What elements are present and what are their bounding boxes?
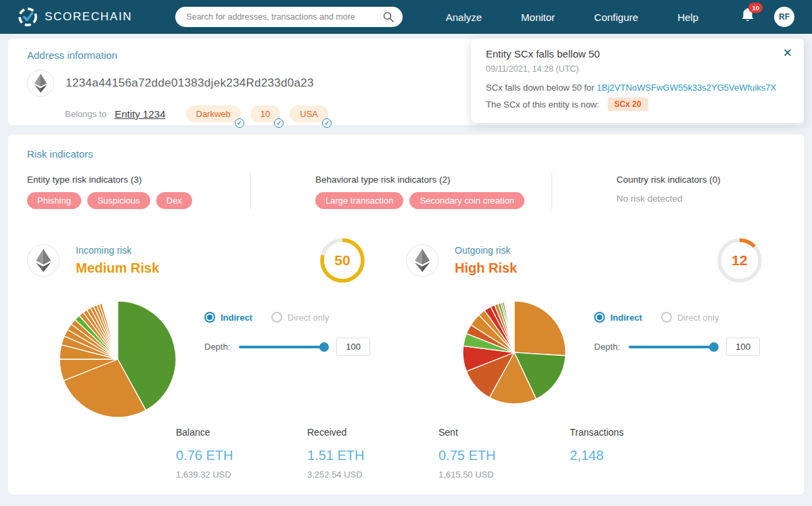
- outgoing-exposure-pie-chart: [461, 300, 567, 405]
- outgoing-risk-panel: Outgoing risk High Risk 12 Indirect: [406, 237, 785, 419]
- notification-popup: Entity SCx falls bellow 50 ✕ 09/11/2021,…: [471, 39, 804, 123]
- depth-value-box[interactable]: 100: [726, 338, 760, 356]
- notification-status-prefix: The SCx of this entity is now:: [486, 99, 600, 110]
- radio-unselected-icon: [271, 312, 282, 323]
- depth-slider[interactable]: [629, 346, 714, 348]
- indirect-radio[interactable]: Indirect: [594, 312, 642, 323]
- risk-pill: Phishing: [27, 192, 81, 209]
- address-tag-badge: Darkweb✓: [186, 106, 241, 122]
- search-icon[interactable]: [383, 12, 394, 22]
- ethereum-icon: [27, 70, 54, 97]
- stat-balance: Balance 0.76 ETH 1,639.32 USD: [176, 427, 307, 480]
- incoming-exposure-pie-chart: [58, 300, 177, 419]
- risk-pill: Large transaction: [315, 192, 403, 209]
- entity-risk-label: Entity type risk indicators (3): [27, 175, 250, 185]
- notification-count-badge: 10: [748, 3, 763, 13]
- notification-timestamp: 09/11/2021, 14:28 (UTC): [486, 64, 789, 74]
- nav-links: Analyze Monitor Configure Help: [407, 12, 698, 23]
- depth-slider-thumb[interactable]: [709, 342, 719, 352]
- address-tag-badge: USA✓: [290, 106, 328, 122]
- stat-received: Received 1.51 ETH 3,252.54 USD: [307, 427, 438, 480]
- address-value: 1234a44156a72dde01383djek234Rd233d0a23: [66, 76, 314, 90]
- ethereum-icon: [27, 244, 60, 277]
- incoming-controls: Indirect Direct only Depth: 100: [204, 312, 370, 419]
- risk-pill: Suspicious: [87, 192, 150, 209]
- no-risk-text: No risk detected: [616, 193, 785, 204]
- depth-slider-thumb[interactable]: [319, 342, 329, 352]
- notification-message: SCx falls down below 50 for 1Bj2VTNoWSFw…: [486, 83, 789, 93]
- nav-item-monitor[interactable]: Monitor: [521, 12, 555, 23]
- risk-pill: Secondary coin creation: [409, 192, 524, 209]
- scx-score-badge: SCx 20: [608, 97, 648, 111]
- notification-address-link[interactable]: 1Bj2VTNoWSFwGW55k33s2YG5VeWfuiks7X: [597, 83, 776, 93]
- country-risk-label: Country risk indicators (0): [616, 175, 785, 185]
- brand[interactable]: SCORECHAIN: [18, 7, 132, 27]
- risk-indicators-card: Risk indicators Entity type risk indicat…: [8, 135, 804, 495]
- nav-item-analyze[interactable]: Analyze: [446, 12, 482, 23]
- stat-sent: Sent 0.75 ETH 1,615.50 USD: [438, 427, 570, 480]
- address-badges: Darkweb✓10✓USA✓: [177, 106, 329, 122]
- outgoing-controls: Indirect Direct only Depth: 100: [594, 312, 760, 405]
- notification-message-prefix: SCx falls down below 50 for: [486, 83, 597, 93]
- nav-item-help[interactable]: Help: [677, 12, 698, 23]
- nav-item-configure[interactable]: Configure: [594, 12, 638, 23]
- depth-label: Depth:: [204, 342, 230, 352]
- behavioral-risk-group: Behavioral type risk indicators (2) Larg…: [250, 173, 551, 209]
- incoming-score-value: 50: [319, 237, 365, 283]
- outgoing-score-gauge: 12: [717, 237, 763, 283]
- radio-selected-icon: [204, 312, 215, 323]
- incoming-risk-level: Medium Risk: [76, 260, 159, 276]
- ethereum-icon: [406, 244, 438, 277]
- depth-slider[interactable]: [239, 346, 324, 348]
- brand-name: SCORECHAIN: [45, 10, 132, 24]
- behavioral-risk-label: Behavioral type risk indicators (2): [315, 175, 551, 185]
- risk-section-title: Risk indicators: [27, 148, 785, 160]
- stat-transactions: Transactions 2,148: [570, 427, 701, 480]
- close-icon[interactable]: ✕: [783, 46, 792, 60]
- address-tag-badge: 10✓: [250, 106, 280, 122]
- notifications-button[interactable]: 10: [740, 7, 755, 26]
- radio-unselected-icon: [661, 312, 672, 323]
- country-risk-group: Country risk indicators (0) No risk dete…: [551, 173, 785, 209]
- user-avatar[interactable]: RF: [774, 7, 794, 27]
- direct-only-radio[interactable]: Direct only: [661, 312, 719, 323]
- address-stats: Balance 0.76 ETH 1,639.32 USD Received 1…: [176, 427, 701, 480]
- verified-check-icon: ✓: [274, 118, 284, 128]
- direct-only-radio[interactable]: Direct only: [271, 312, 329, 323]
- top-navbar: SCORECHAIN Analyze Monitor Configure Hel…: [0, 0, 812, 34]
- search-input[interactable]: [175, 7, 403, 27]
- incoming-risk-subtitle: Incoming risk: [76, 245, 159, 256]
- belongs-to-label: Belongs to: [65, 109, 106, 119]
- outgoing-risk-subtitle: Outgoing risk: [455, 245, 517, 256]
- scorechain-logo-icon: [18, 7, 38, 27]
- depth-value-box[interactable]: 100: [336, 338, 370, 356]
- incoming-score-gauge: 50: [319, 237, 365, 283]
- entity-link[interactable]: Entity 1234: [114, 108, 165, 120]
- verified-check-icon: ✓: [235, 118, 244, 128]
- risk-pill: Dex: [156, 192, 192, 209]
- indirect-radio[interactable]: Indirect: [204, 312, 252, 323]
- notification-title: Entity SCx falls bellow 50: [486, 48, 789, 60]
- radio-selected-icon: [594, 312, 605, 323]
- verified-check-icon: ✓: [322, 118, 332, 128]
- search-bar: [175, 7, 403, 27]
- incoming-risk-panel: Incoming risk Medium Risk 50 Indirect: [27, 237, 406, 419]
- outgoing-score-value: 12: [717, 237, 763, 283]
- outgoing-risk-level: High Risk: [455, 260, 517, 276]
- depth-label: Depth:: [594, 342, 620, 352]
- entity-risk-group: Entity type risk indicators (3) Phishing…: [27, 173, 250, 209]
